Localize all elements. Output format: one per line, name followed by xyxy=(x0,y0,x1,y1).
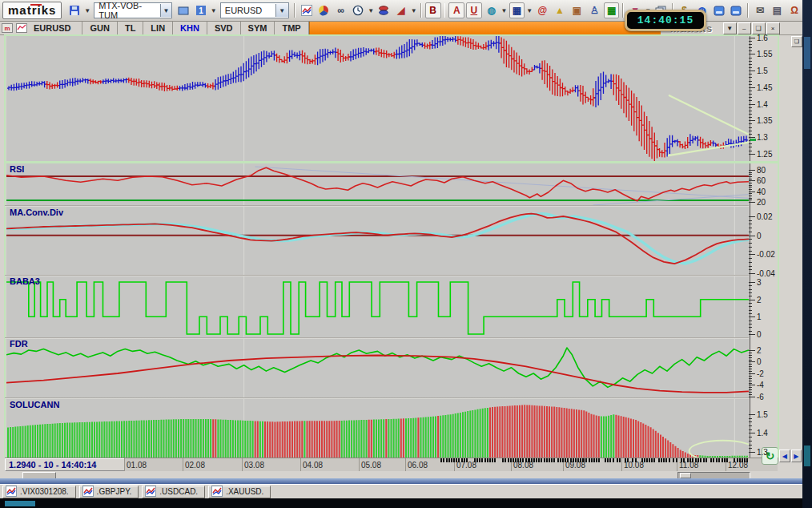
date-separator xyxy=(359,458,360,472)
tab-tl[interactable]: TL xyxy=(118,22,143,34)
database-icon[interactable] xyxy=(376,2,392,18)
chart-icon[interactable] xyxy=(299,2,315,18)
panel-fdr[interactable]: FDR xyxy=(6,338,749,398)
axis-minor-tick xyxy=(749,61,752,62)
axis-tick xyxy=(749,414,755,415)
underline-icon[interactable]: U xyxy=(466,2,482,18)
trade-tick-mark xyxy=(560,458,561,462)
swirl-icon[interactable]: @ xyxy=(534,2,550,18)
chart-mini-icon xyxy=(14,22,29,34)
toolbar-separator xyxy=(420,3,422,18)
tab-lin[interactable]: LIN xyxy=(143,22,173,34)
restore-button[interactable]: ❏ xyxy=(752,22,766,34)
panel-macd[interactable]: MA.Conv.Div xyxy=(6,207,749,275)
minimize-button[interactable]: – xyxy=(738,22,751,34)
tab-khn[interactable]: KHN xyxy=(173,22,207,34)
trade-tick-mark xyxy=(551,458,553,462)
trade-tick-mark xyxy=(546,458,548,462)
axis-minor-tick xyxy=(749,376,752,377)
symbol-select[interactable]: EURUSD▼ xyxy=(220,2,289,18)
axis-tick xyxy=(749,87,755,88)
menu-button[interactable]: ▼ xyxy=(723,22,737,34)
matrix-icon[interactable]: ▦ xyxy=(509,2,525,18)
board-one-icon[interactable]: 1 xyxy=(193,2,209,18)
trade-tick-mark xyxy=(536,458,537,462)
symbol-tab[interactable]: EURUSD xyxy=(29,22,82,34)
printer-icon[interactable]: ▤ xyxy=(770,2,786,18)
grid-icon[interactable]: ▦ xyxy=(604,2,620,18)
trade-tick-mark xyxy=(613,458,614,462)
chart-frame xyxy=(778,35,779,458)
axis-minor-tick xyxy=(749,303,752,304)
next-arrow-icon[interactable]: ▶ xyxy=(791,450,802,462)
axis-minor-tick xyxy=(749,331,752,332)
trade-tick-mark xyxy=(646,458,648,462)
dropdown-arrow-icon[interactable]: ▼ xyxy=(411,3,417,18)
window-blue2-icon[interactable] xyxy=(729,2,745,18)
restore-secondary-button[interactable]: ❏ xyxy=(791,36,802,47)
taskbar-item-label: .USDCAD. xyxy=(159,487,198,496)
workspace-select[interactable]: MTX-VOB-TUM▼ xyxy=(94,2,172,18)
axis-minor-tick xyxy=(749,114,752,115)
trade-tick-mark xyxy=(676,458,677,462)
panel-solucann[interactable]: SOLUCANN xyxy=(6,399,749,458)
close-button[interactable]: × xyxy=(766,22,780,34)
bold-icon[interactable]: B xyxy=(425,2,441,18)
trade-tick-mark xyxy=(716,458,718,462)
axis-minor-tick xyxy=(749,127,752,128)
panel-baba3[interactable]: BABA3 xyxy=(6,276,749,337)
axis-label: 60 xyxy=(757,176,766,185)
clock-icon[interactable] xyxy=(351,2,367,18)
person-icon[interactable]: ♙ xyxy=(586,2,602,18)
panel-price[interactable] xyxy=(6,36,749,161)
date-separator xyxy=(621,458,622,472)
axis-minor-tick xyxy=(749,353,752,353)
dropdown-arrow-icon[interactable]: ▼ xyxy=(84,3,90,18)
globe-icon[interactable]: ◍ xyxy=(484,2,500,18)
dropdown-arrow-icon[interactable]: ▼ xyxy=(526,3,533,18)
tab-sym[interactable]: SYM xyxy=(241,22,275,34)
panel-separator xyxy=(5,205,749,207)
font-icon[interactable]: A xyxy=(448,2,464,18)
window-pane-icon[interactable] xyxy=(175,2,191,18)
bell-icon[interactable]: Ω xyxy=(786,2,802,18)
axis-minor-tick xyxy=(749,67,752,68)
axis-tick xyxy=(749,452,755,453)
symbol-select-dropdown[interactable]: ▼ xyxy=(275,4,288,17)
panel-rsi[interactable]: RSI xyxy=(6,163,749,205)
mail-icon[interactable]: ✉ xyxy=(752,2,768,18)
period-tabs: GUNTLLINKHNSVDSYMTMP xyxy=(82,22,308,34)
axis-label: 2 xyxy=(757,346,762,355)
tab-tmp[interactable]: TMP xyxy=(275,22,308,34)
analysis-icon[interactable]: ▲ xyxy=(552,2,568,18)
prev-arrow-icon[interactable]: ◀ xyxy=(779,450,790,462)
tab-svd[interactable]: SVD xyxy=(207,22,241,34)
pie-chart-icon[interactable] xyxy=(316,2,332,18)
drawing-tools-icon[interactable]: ◢ xyxy=(393,2,409,18)
axis-minor-tick xyxy=(749,198,752,199)
axis-label: 1 xyxy=(757,312,762,321)
binoculars-icon[interactable]: ∞ xyxy=(333,2,349,18)
package-icon[interactable]: ▣ xyxy=(569,2,585,18)
trade-tick-mark xyxy=(692,458,693,462)
taskbar-item-vix0301208[interactable]: .VIX0301208. xyxy=(2,486,76,498)
dropdown-arrow-icon[interactable]: ▼ xyxy=(210,3,216,18)
taskbar-item-gbpjpy[interactable]: .GBPJPY. xyxy=(79,486,139,498)
trade-tick-mark xyxy=(632,458,633,462)
axis-tick xyxy=(749,202,755,203)
workspace-select-dropdown[interactable]: ▼ xyxy=(160,4,172,17)
save-icon[interactable] xyxy=(66,2,82,18)
trade-tick-mark xyxy=(484,458,486,462)
trade-tick-mark xyxy=(724,458,726,462)
trade-tick-mark xyxy=(583,458,585,462)
axis-minor-tick xyxy=(749,47,752,48)
taskbar-item-xauusd[interactable]: .XAUUSD. xyxy=(208,486,271,498)
tab-gun[interactable]: GUN xyxy=(82,22,117,34)
dropdown-arrow-icon[interactable]: ▼ xyxy=(500,3,507,18)
dropdown-arrow-icon[interactable]: ▼ xyxy=(368,3,374,18)
scrollbar-thumb[interactable] xyxy=(680,473,691,478)
taskbar-item-usdcad[interactable]: .USDCAD. xyxy=(142,486,205,498)
axis-minor-tick xyxy=(749,143,752,144)
window-blue-icon[interactable] xyxy=(711,2,727,18)
axis-minor-tick xyxy=(749,296,752,296)
